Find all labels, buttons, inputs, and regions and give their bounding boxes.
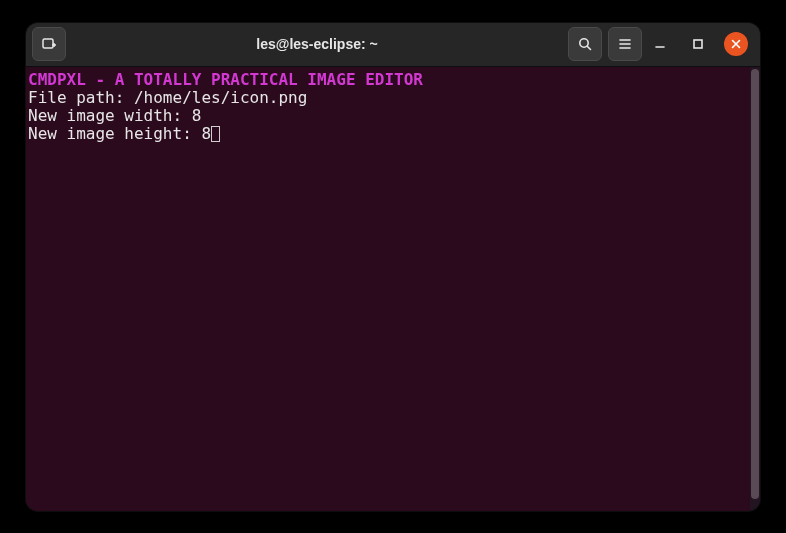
maximize-icon <box>692 38 704 50</box>
app-banner: CMDPXL - A TOTALLY PRACTICAL IMAGE EDITO… <box>28 71 748 89</box>
hamburger-icon <box>617 36 633 52</box>
minimize-button[interactable] <box>648 32 672 56</box>
new-tab-icon <box>41 36 57 52</box>
terminal-output[interactable]: CMDPXL - A TOTALLY PRACTICAL IMAGE EDITO… <box>26 67 750 511</box>
minimize-icon <box>654 38 666 50</box>
svg-rect-9 <box>694 40 702 48</box>
scrollbar[interactable] <box>750 67 760 511</box>
close-button[interactable] <box>724 32 748 56</box>
terminal-cursor <box>211 126 220 142</box>
prompt-value: 8 <box>201 124 211 143</box>
terminal-window: les@les-eclipse: ~ <box>26 23 760 511</box>
prompt-label: New image height: <box>28 124 201 143</box>
prompt-label: File path: <box>28 88 134 107</box>
prompt-width: New image width: 8 <box>28 107 748 125</box>
scrollbar-thumb[interactable] <box>751 69 759 499</box>
window-title: les@les-eclipse: ~ <box>256 36 377 52</box>
prompt-value: /home/les/icon.png <box>134 88 307 107</box>
terminal-area: CMDPXL - A TOTALLY PRACTICAL IMAGE EDITO… <box>26 67 760 511</box>
search-button[interactable] <box>568 27 602 61</box>
prompt-filepath: File path: /home/les/icon.png <box>28 89 748 107</box>
menu-button[interactable] <box>608 27 642 61</box>
titlebar: les@les-eclipse: ~ <box>26 23 760 67</box>
new-tab-button[interactable] <box>32 27 66 61</box>
close-icon <box>731 39 741 49</box>
prompt-label: New image width: <box>28 106 192 125</box>
search-icon <box>577 36 593 52</box>
titlebar-left <box>32 27 66 61</box>
svg-line-4 <box>587 46 590 49</box>
prompt-height: New image height: 8 <box>28 125 748 143</box>
prompt-value: 8 <box>192 106 202 125</box>
svg-rect-0 <box>43 39 53 48</box>
maximize-button[interactable] <box>686 32 710 56</box>
window-controls <box>648 32 754 56</box>
